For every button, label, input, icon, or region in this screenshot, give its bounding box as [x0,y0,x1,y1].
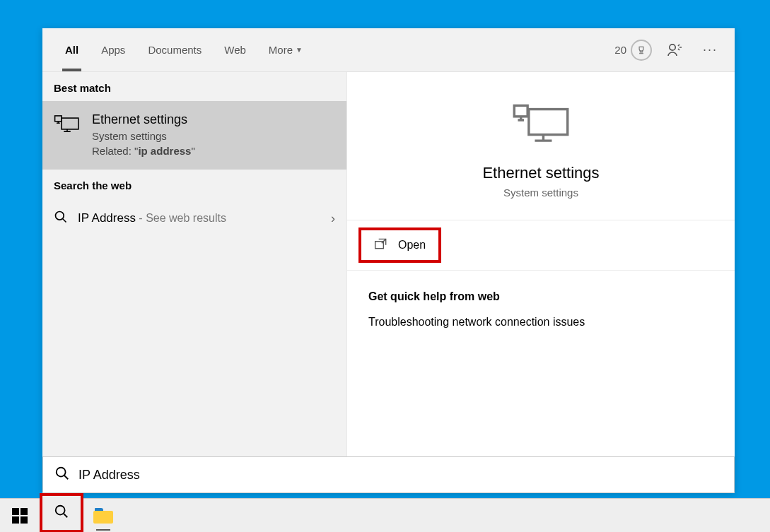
open-button-label: Open [398,239,426,252]
more-options-icon[interactable]: ··· [697,42,723,57]
folder-icon [93,508,113,524]
detail-subtitle: System settings [503,187,578,199]
tab-more[interactable]: More ▼ [257,29,314,71]
svg-point-7 [57,468,66,477]
search-icon [54,466,70,484]
best-match-related: Related: "ip address" [92,145,335,157]
best-match-subtitle: System settings [92,130,335,142]
search-icon [54,210,68,227]
chevron-down-icon: ▼ [296,46,303,54]
svg-rect-2 [55,116,62,122]
taskbar-search-button[interactable] [40,493,83,533]
results-left-column: Best match Ethernet settings System sett… [42,72,346,456]
svg-point-3 [56,212,64,220]
start-button[interactable] [0,499,40,533]
detail-title: Ethernet settings [482,164,599,182]
related-term: ip address [138,145,191,157]
detail-panel: Ethernet settings System settings Open G… [346,72,735,456]
tab-more-label: More [269,44,293,56]
open-button[interactable]: Open [358,227,441,263]
svg-rect-5 [514,105,527,116]
detail-hero: Ethernet settings System settings [347,86,735,220]
taskbar [0,498,770,532]
file-explorer-button[interactable] [83,499,123,533]
network-settings-icon [54,112,81,135]
search-web-label: Search the web [42,170,346,199]
windows-logo-icon [12,508,28,524]
tabs-bar: All Apps Documents Web More ▼ 20 ··· [42,28,735,72]
tab-web[interactable]: Web [213,29,257,71]
tab-all[interactable]: All [54,29,90,71]
web-result-item[interactable]: IP Address - See web results › [42,199,346,238]
svg-point-8 [56,505,65,514]
search-icon [54,504,69,522]
search-input-row[interactable] [42,456,735,493]
search-panel: All Apps Documents Web More ▼ 20 ··· Bes… [42,28,735,493]
best-match-label: Best match [42,72,346,101]
help-link-troubleshooting[interactable]: Troubleshooting network connection issue… [368,316,713,329]
tab-documents[interactable]: Documents [136,29,213,71]
help-title: Get quick help from web [368,290,713,303]
best-match-title: Ethernet settings [92,112,335,127]
quick-help-block: Get quick help from web Troubleshooting … [347,271,735,348]
related-suffix: " [191,145,194,157]
web-result-secondary: - See web results [136,212,226,224]
open-external-icon [374,237,388,253]
best-match-result[interactable]: Ethernet settings System settings Relate… [42,101,346,170]
tab-apps[interactable]: Apps [90,29,136,71]
search-input[interactable] [78,468,723,483]
svg-rect-4 [529,110,568,135]
svg-point-0 [670,44,675,49]
web-result-primary: IP Address [78,211,136,225]
results-body: Best match Ethernet settings System sett… [42,72,735,456]
trophy-icon [631,40,652,61]
feedback-icon[interactable] [666,42,683,59]
rewards-count: 20 [614,44,626,56]
rewards-badge[interactable]: 20 [614,40,652,61]
chevron-right-icon: › [331,211,335,226]
ethernet-large-icon [509,103,573,148]
svg-rect-1 [62,118,78,129]
related-prefix: Related: " [92,145,138,157]
